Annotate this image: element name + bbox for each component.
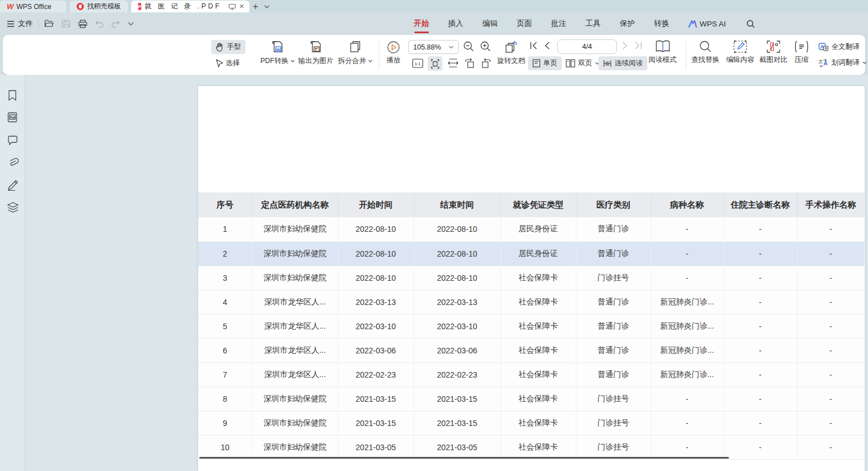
zoom-in-icon[interactable]	[480, 41, 491, 52]
divider	[38, 19, 39, 28]
attachment-icon[interactable]	[7, 158, 19, 168]
zoom-out-icon[interactable]	[463, 41, 474, 52]
tab-list-chevron-icon[interactable]	[264, 5, 270, 8]
table-cell: -	[797, 266, 864, 290]
table-row: 8深圳市妇幼保健院2021-03-152021-03-15社会保障卡门诊挂号--…	[198, 387, 864, 411]
single-page-button[interactable]: 单页	[528, 56, 562, 70]
edit-content-button[interactable]: 编辑内容	[724, 40, 756, 65]
pdf-file-icon: P	[138, 3, 141, 10]
quick-access-chevron-icon[interactable]	[128, 22, 134, 26]
word-translate-label: 划词翻译	[831, 58, 860, 68]
menu-search-icon[interactable]	[746, 20, 755, 28]
menu-home[interactable]: 开始	[414, 12, 429, 35]
table-cell: -	[797, 387, 864, 411]
tab-medical-record-pdf[interactable]: P 就 医 记 录 .PDF ✕	[131, 1, 249, 12]
double-page-button[interactable]: 双页	[561, 56, 604, 70]
actual-size-icon[interactable]: 1:1	[412, 59, 423, 68]
table-cell: 新冠肺炎门诊...	[651, 314, 723, 338]
save-icon[interactable]	[62, 20, 70, 28]
menu-edit[interactable]: 编辑	[482, 12, 498, 35]
last-page-icon[interactable]	[634, 42, 642, 50]
tab-wps-office-label: WPS Office	[16, 3, 51, 11]
table-cell: 2022-08-10	[414, 217, 500, 241]
double-page-label: 双页	[578, 59, 592, 68]
export-image-button[interactable]: 输出为图片	[293, 40, 338, 66]
bookmark-icon[interactable]	[7, 90, 17, 101]
find-replace-button[interactable]: 查找替换	[690, 40, 721, 65]
find-replace-label: 查找替换	[691, 55, 719, 65]
tab-wps-office[interactable]: W WPS Office	[0, 1, 66, 12]
layers-icon[interactable]	[7, 202, 19, 213]
page-indicator-value: 4/4	[582, 43, 592, 51]
table-cell: 10	[198, 435, 252, 459]
table-cell: 2022-03-06	[338, 338, 414, 362]
table-header-cell: 定点医药机构名称	[252, 192, 338, 217]
menu-insert[interactable]: 插入	[448, 12, 463, 35]
table-cell: -	[723, 314, 797, 338]
table-cell: 深圳市妇幼保健院	[252, 387, 338, 411]
select-tool-label: 选择	[226, 59, 240, 68]
svg-text:A: A	[824, 60, 827, 66]
page-number-input[interactable]: 4/4	[557, 39, 617, 54]
zoom-level-select[interactable]: 105.88%	[408, 40, 459, 54]
close-tab-icon[interactable]: ✕	[239, 3, 244, 10]
full-translate-button[interactable]: A 全文翻译	[814, 40, 864, 54]
previous-page-icon[interactable]	[544, 42, 550, 50]
table-row: 3深圳市妇幼保健院2022-08-102022-08-10社会保障卡门诊挂号--…	[198, 266, 864, 290]
play-button[interactable]: 播放	[382, 41, 405, 65]
signature-pen-icon[interactable]	[7, 180, 19, 191]
read-mode-button[interactable]: 阅读模式	[646, 39, 679, 65]
tab-docer-templates[interactable]: 找稻壳模板	[70, 1, 128, 12]
fit-width-icon[interactable]	[448, 59, 459, 68]
split-merge-button[interactable]: 拆分合并	[333, 40, 378, 66]
undo-icon[interactable]	[95, 20, 104, 28]
table-cell: 2022-08-10	[338, 217, 414, 241]
hand-icon	[216, 43, 224, 52]
comment-icon[interactable]	[7, 136, 18, 145]
table-cell: -	[723, 435, 797, 459]
table-cell: 9	[198, 411, 252, 435]
table-cell: -	[651, 266, 723, 290]
next-page-icon[interactable]	[622, 42, 628, 50]
open-file-icon[interactable]	[44, 20, 54, 28]
menu-tools[interactable]: 工具	[585, 12, 601, 35]
menu-comment[interactable]: 批注	[551, 12, 566, 35]
fit-page-icon[interactable]	[428, 56, 442, 71]
table-row: 6深圳市龙华区人...2022-03-062022-03-06社会保障卡普通门诊…	[198, 338, 864, 362]
table-cell: 居民身份证	[500, 241, 576, 266]
edit-content-icon	[733, 40, 748, 53]
rotate-document-button[interactable]: 旋转文档	[494, 39, 528, 66]
table-cell: 2021-03-15	[414, 387, 500, 411]
thumbnail-image-icon[interactable]	[7, 112, 17, 123]
table-cell: 2022-02-23	[414, 362, 500, 387]
table-cell: -	[797, 338, 864, 362]
rotate-right-icon[interactable]	[481, 58, 491, 68]
screenshot-compare-button[interactable]: 截图对比	[758, 40, 789, 65]
table-cell: -	[797, 241, 864, 266]
table-cell: 深圳市妇幼保健院	[252, 241, 338, 266]
menu-wps-ai[interactable]: WPS AI	[688, 20, 726, 28]
menu-page[interactable]: 页面	[517, 12, 532, 35]
select-tool-button[interactable]: 选择	[211, 56, 244, 70]
single-page-label: 单页	[543, 59, 557, 68]
table-cell: 居民身份证	[500, 217, 576, 241]
monitor-icon[interactable]	[229, 3, 236, 10]
new-tab-button[interactable]: +	[253, 2, 258, 11]
hand-tool-button[interactable]: 手型	[211, 40, 245, 54]
continuous-read-button[interactable]: 连续阅读	[598, 56, 647, 70]
menu-protect[interactable]: 保护	[620, 12, 635, 35]
compress-button[interactable]: 压缩	[791, 40, 812, 65]
table-cell: 2022-08-10	[414, 266, 500, 290]
table-cell: -	[651, 241, 723, 266]
menu-convert[interactable]: 转换	[654, 12, 669, 35]
redo-icon[interactable]	[111, 20, 120, 28]
first-page-icon[interactable]	[530, 42, 538, 50]
full-translate-label: 全文翻译	[831, 42, 860, 52]
rotate-left-icon[interactable]	[464, 58, 475, 68]
horizontal-scrollbar[interactable]	[199, 457, 729, 459]
file-menu-button[interactable]: 文件	[7, 19, 33, 29]
hamburger-icon	[7, 21, 15, 27]
table-cell: 社会保障卡	[500, 290, 576, 314]
print-icon[interactable]	[78, 20, 87, 28]
word-translate-button[interactable]: 文 A 划词翻译	[814, 56, 868, 70]
